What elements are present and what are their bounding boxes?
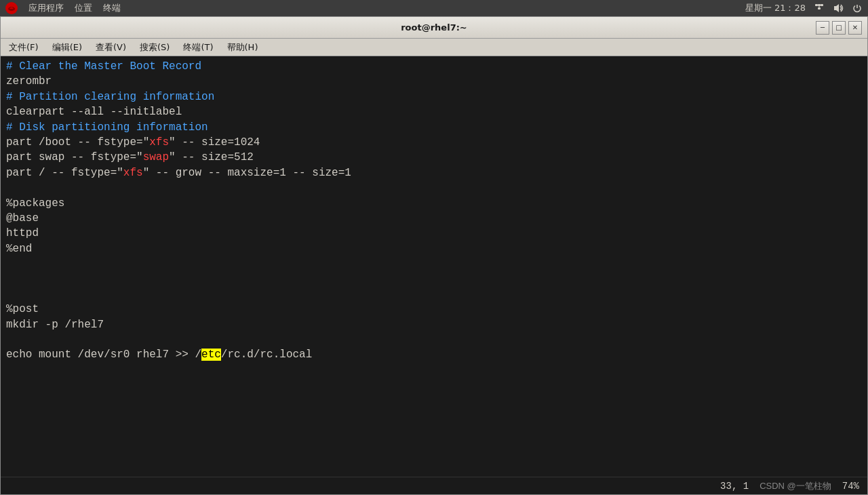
line-9 (6, 180, 862, 195)
svg-marker-8 (834, 4, 839, 12)
menu-edit[interactable]: 编辑(E) (47, 40, 87, 55)
network-icon[interactable] (814, 3, 825, 14)
terminal-content[interactable]: # Clear the Master Boot Record zerombr #… (1, 56, 867, 477)
system-bar: 应用程序 位置 终端 星期一 21：28 (0, 0, 868, 16)
terminal-window: root@rhel7:~ ─ □ ✕ 文件(F) 编辑(E) 查看(V) 搜索(… (0, 16, 868, 495)
watermark: CSDN @一笔柱物 (760, 480, 831, 492)
maximize-button[interactable]: □ (832, 21, 846, 35)
line-8: part / -- fstype="xfs" -- grow -- maxsiz… (6, 165, 862, 180)
line-5: # Disk partitioning information (6, 120, 862, 135)
window-controls: ─ □ ✕ (816, 21, 862, 35)
menu-help[interactable]: 帮助(H) (222, 40, 264, 55)
status-bar: 33, 1 CSDN @一笔柱物 74% (1, 477, 867, 494)
apps-menu[interactable]: 应用程序 (28, 2, 64, 14)
datetime-display: 星期一 21：28 (745, 2, 806, 14)
places-menu[interactable]: 位置 (75, 2, 92, 14)
menu-view[interactable]: 查看(V) (90, 40, 132, 55)
menu-bar: 文件(F) 编辑(E) 查看(V) 搜索(S) 终端(T) 帮助(H) (1, 39, 867, 56)
title-bar: root@rhel7:~ ─ □ ✕ (1, 17, 867, 39)
line-7: part swap -- fstype="swap" -- size=512 (6, 150, 862, 165)
line-4: clearpart --all --initlabel (6, 104, 862, 119)
close-button[interactable]: ✕ (848, 21, 862, 35)
highlight-etc: etc (201, 349, 221, 361)
line-11: @base (6, 211, 862, 226)
line-6: part /boot -- fstype="xfs" -- size=1024 (6, 135, 862, 150)
svg-rect-4 (818, 7, 821, 9)
line-17: %post (6, 302, 862, 317)
system-bar-left: 应用程序 位置 终端 (5, 2, 121, 14)
terminal-menu[interactable]: 终端 (103, 2, 121, 14)
line-1: # Clear the Master Boot Record (6, 59, 862, 74)
sound-icon[interactable] (833, 3, 844, 14)
line-3: # Partition clearing information (6, 90, 862, 104)
window-title: root@rhel7:~ (401, 22, 467, 33)
line-16 (6, 287, 862, 302)
line-20: echo mount /dev/sr0 rhel7 >> /etc/rc.d/r… (6, 347, 862, 362)
power-icon[interactable] (852, 3, 863, 14)
line-2: zerombr (6, 74, 862, 89)
svg-rect-2 (818, 4, 821, 6)
system-bar-right: 星期一 21：28 (745, 2, 863, 14)
line-10: %packages (6, 196, 862, 211)
menu-search[interactable]: 搜索(S) (134, 40, 175, 55)
line-15 (6, 271, 862, 286)
redhat-logo (5, 2, 18, 14)
line-18: mkdir -p /rhel7 (6, 317, 862, 332)
line-19 (6, 332, 862, 347)
redhat-logo-item[interactable] (5, 2, 18, 14)
line-12: httpd (6, 226, 862, 241)
zoom-level: 74% (842, 481, 859, 492)
menu-terminal[interactable]: 终端(T) (178, 40, 218, 55)
minimize-button[interactable]: ─ (816, 21, 829, 35)
menu-file[interactable]: 文件(F) (3, 40, 44, 55)
line-14 (6, 256, 862, 271)
cursor-position: 33, 1 (720, 481, 749, 492)
line-13: %end (6, 241, 862, 256)
